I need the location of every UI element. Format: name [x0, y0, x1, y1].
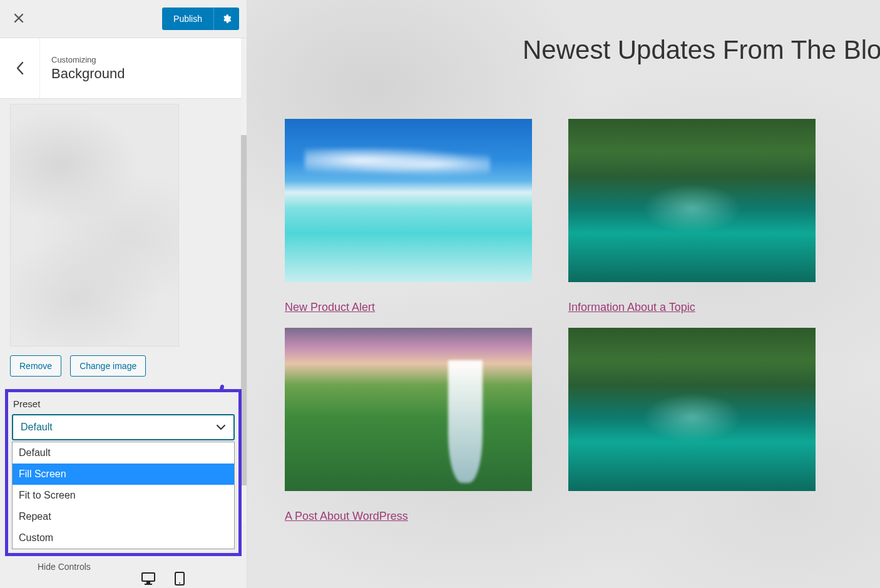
svg-rect-0	[142, 573, 155, 581]
app-root: Publish Customizing Background Re	[0, 0, 880, 588]
back-button[interactable]	[0, 38, 40, 98]
section-title: Background	[51, 66, 125, 82]
tablet-icon[interactable]	[173, 572, 186, 585]
customizer-sidebar: Publish Customizing Background Re	[0, 0, 247, 588]
post-link[interactable]: New Product Alert	[285, 301, 375, 314]
change-image-button[interactable]: Change image	[70, 355, 146, 377]
preset-selected-value: Default	[21, 422, 53, 433]
background-thumbnail[interactable]	[10, 104, 179, 347]
close-button[interactable]	[8, 6, 30, 32]
preset-control: Preset Default Default Fill Screen Fit t…	[5, 389, 242, 556]
publish-settings-button[interactable]	[213, 8, 239, 30]
section-title-wrap: Customizing Background	[40, 44, 136, 93]
post-card: New Product Alert	[285, 119, 532, 314]
svg-point-4	[179, 582, 180, 584]
preset-select[interactable]: Default	[12, 414, 235, 440]
gear-icon	[222, 14, 232, 24]
background-thumbnail-wrap	[0, 104, 247, 355]
image-actions: Remove Change image	[0, 355, 247, 389]
post-card: Information About a Topic	[568, 119, 816, 314]
device-preview-icons	[141, 572, 186, 585]
publish-group: Publish	[162, 8, 239, 30]
post-image[interactable]	[568, 119, 816, 282]
post-image[interactable]	[285, 328, 532, 491]
remove-button[interactable]: Remove	[10, 355, 61, 377]
post-grid: New Product Alert Information About a To…	[285, 119, 880, 523]
chevron-left-icon	[16, 61, 24, 75]
svg-rect-2	[145, 584, 152, 585]
svg-rect-1	[146, 581, 150, 584]
preview-heading: Newest Updates From The Blog	[247, 35, 880, 65]
post-card: A Post About WordPress	[285, 328, 532, 523]
preset-option-default[interactable]: Default	[13, 442, 234, 464]
publish-button[interactable]: Publish	[162, 8, 213, 30]
preset-label: Preset	[12, 398, 235, 409]
sidebar-header: Publish	[0, 0, 247, 38]
post-link[interactable]: Information About a Topic	[568, 301, 695, 314]
close-icon	[14, 13, 24, 23]
preset-option-custom[interactable]: Custom	[13, 527, 234, 549]
preset-dropdown: Default Fill Screen Fit to Screen Repeat…	[12, 442, 235, 549]
post-card	[568, 328, 816, 523]
preset-option-repeat[interactable]: Repeat	[13, 506, 234, 527]
section-header: Customizing Background	[0, 38, 247, 99]
post-link[interactable]: A Post About WordPress	[285, 510, 408, 523]
preset-option-fill-screen[interactable]: Fill Screen	[13, 464, 234, 485]
site-preview: Newest Updates From The Blog New Product…	[247, 0, 880, 588]
sidebar-body: Remove Change image Preset Default Defau…	[0, 99, 247, 588]
desktop-icon[interactable]	[141, 572, 156, 585]
section-subtitle: Customizing	[51, 55, 125, 64]
preset-option-fit-to-screen[interactable]: Fit to Screen	[13, 485, 234, 506]
hide-controls-text: Hide Controls	[38, 562, 91, 572]
chevron-down-icon	[216, 424, 226, 430]
post-image[interactable]	[568, 328, 816, 491]
post-image[interactable]	[285, 119, 532, 282]
